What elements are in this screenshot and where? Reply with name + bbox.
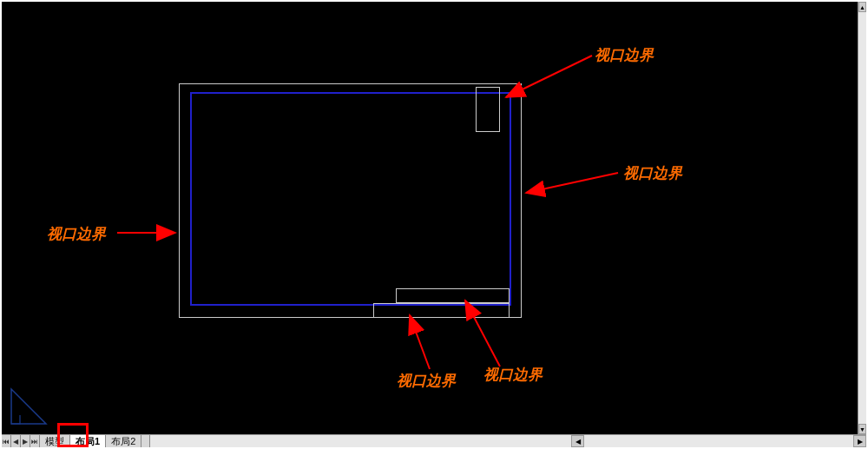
ucs-icon — [7, 385, 50, 428]
viewport-main — [190, 92, 511, 306]
scroll-down-button[interactable]: ▼ — [858, 424, 866, 434]
tab-end — [141, 435, 150, 447]
annotation-bottom-right: 视口边界 — [483, 365, 542, 385]
scroll-right-button[interactable]: ▶ — [853, 435, 866, 447]
annotation-bottom-left: 视口边界 — [397, 371, 456, 391]
tab-nav-last[interactable]: ⏭ — [30, 435, 40, 447]
viewport-small-top — [476, 87, 500, 132]
viewport-small-bottom-upper — [396, 288, 510, 303]
scroll-up-button[interactable]: ▲ — [858, 2, 866, 12]
svg-line-2 — [526, 173, 618, 193]
scroll-left-button[interactable]: ◀ — [571, 435, 584, 447]
hscroll-track[interactable] — [584, 435, 853, 447]
annotation-left: 视口边界 — [47, 224, 106, 244]
svg-line-4 — [410, 315, 430, 369]
vertical-scrollbar[interactable]: ▲ ▼ — [858, 2, 866, 434]
annotation-top: 视口边界 — [595, 45, 654, 65]
tab-nav-next[interactable]: ▶ — [21, 435, 30, 447]
horizontal-scrollbar[interactable]: ◀ ▶ — [571, 434, 866, 447]
tab-layout2[interactable]: 布局2 — [106, 435, 141, 447]
annotation-right: 视口边界 — [623, 163, 682, 183]
tab-nav-prev[interactable]: ◀ — [11, 435, 21, 447]
tab-nav-first[interactable]: ⏮ — [2, 435, 11, 447]
tab-nav-group: ⏮ ◀ ▶ ⏭ — [2, 435, 40, 447]
highlight-box — [57, 423, 89, 447]
vscroll-track[interactable] — [858, 12, 866, 424]
viewport-small-bottom-lower — [373, 303, 510, 318]
drawing-canvas[interactable]: 视口边界 视口边界 视口边界 视口边界 视口边界 — [2, 2, 858, 434]
